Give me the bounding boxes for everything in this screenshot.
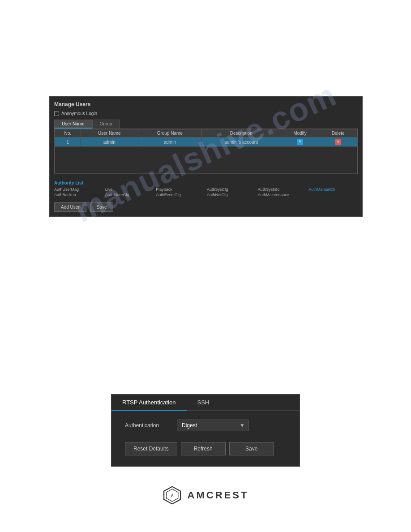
user-action-buttons: Add User Save	[54, 202, 358, 212]
auth-item-3: AuthSysCfg	[207, 187, 256, 192]
add-user-button[interactable]: Add User	[54, 202, 86, 212]
auth-item-8: AuthEventCfg	[156, 193, 205, 197]
user-table: No. User Name Group Name Description Mod…	[55, 129, 357, 174]
auth-item-6: AuthBackup	[54, 193, 103, 197]
table-header-row: No. User Name Group Name Description Mod…	[55, 129, 357, 137]
col-username: User Name	[81, 129, 138, 137]
save-rtsp-button[interactable]: Save	[229, 442, 274, 455]
amcrest-logo: A AMCREST	[163, 485, 249, 505]
cell-username: admin	[81, 137, 138, 147]
col-groupname: Group Name	[138, 129, 201, 137]
modify-icon[interactable]: ✎	[297, 139, 303, 145]
auth-item-7: AuthStoreCfg	[105, 193, 154, 197]
table-row-empty	[55, 147, 357, 174]
user-group-tabs: User Name Group	[54, 120, 358, 129]
user-table-area: No. User Name Group Name Description Mod…	[54, 129, 358, 174]
tab-ssh[interactable]: SSH	[187, 395, 220, 410]
auth-item-5: AuthManualClr	[308, 187, 358, 192]
auth-item-10: AuthMaintenance	[258, 193, 307, 197]
cell-modify[interactable]: ✎	[281, 137, 319, 147]
rtsp-auth-panel: RTSP Authentication SSH Authentication D…	[111, 394, 300, 467]
manage-users-panel: Manage Users ✓ Anonymous Login User Name…	[49, 96, 363, 217]
rtsp-auth-row: Authentication Digest Basic None ▼	[125, 420, 286, 431]
save-user-button[interactable]: Save	[90, 202, 114, 212]
tab-group[interactable]: Group	[92, 120, 120, 129]
reset-defaults-button[interactable]: Reset Defaults	[125, 442, 177, 455]
anonymous-login-label: Anonymous Login	[61, 111, 97, 116]
authority-grid: AuthUserMag Live Playback AuthSysCfg Aut…	[54, 187, 358, 197]
anonymous-login-checkbox[interactable]: ✓	[54, 111, 59, 116]
col-delete: Delete	[319, 129, 357, 137]
cell-no: 1	[55, 137, 81, 147]
rtsp-buttons: Reset Defaults Refresh Save	[125, 442, 286, 455]
tab-rtsp-authentication[interactable]: RTSP Authentication	[111, 395, 187, 410]
amcrest-logo-text: AMCREST	[188, 489, 249, 501]
col-no: No.	[55, 129, 81, 137]
rtsp-tabs: RTSP Authentication SSH	[111, 395, 300, 411]
auth-item-0: AuthUserMag	[54, 187, 103, 192]
cell-delete[interactable]: ✕	[319, 137, 357, 147]
cell-group: admin	[138, 137, 201, 147]
authority-title: Authority List	[54, 180, 358, 185]
col-modify: Modify	[281, 129, 319, 137]
auth-item-9: AuthNetCfg	[207, 193, 256, 197]
tab-user-name[interactable]: User Name	[54, 120, 92, 129]
authority-section: Authority List AuthUserMag Live Playback…	[54, 178, 358, 197]
svg-text:A: A	[171, 493, 174, 498]
authentication-select[interactable]: Digest Basic None	[177, 420, 248, 431]
amcrest-hex-icon: A	[163, 485, 182, 505]
auth-select-wrapper: Digest Basic None ▼	[177, 420, 248, 431]
auth-item-4: AuthSysInfo	[258, 187, 307, 192]
auth-item-1: Live	[105, 187, 154, 192]
auth-item-2: Playback	[156, 187, 205, 192]
cell-description: admin 's account	[201, 137, 281, 147]
refresh-button[interactable]: Refresh	[181, 442, 226, 455]
rtsp-auth-label: Authentication	[125, 422, 170, 429]
rtsp-body: Authentication Digest Basic None ▼ Reset…	[111, 411, 300, 466]
col-description: Description	[201, 129, 281, 137]
anonymous-login-row: ✓ Anonymous Login	[54, 111, 358, 116]
manage-users-title: Manage Users	[54, 101, 358, 107]
table-row[interactable]: 1 admin admin admin 's account ✎ ✕	[55, 137, 357, 147]
delete-icon[interactable]: ✕	[335, 139, 341, 145]
